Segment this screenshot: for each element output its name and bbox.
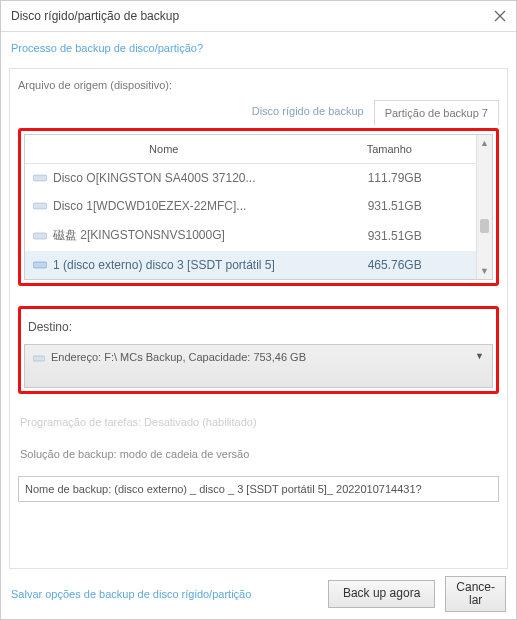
disk-icon xyxy=(33,231,49,241)
table-row[interactable]: 磁盘 2[KINGSTONSNVS1000G] 931.51GB xyxy=(25,220,476,251)
destination-value: Endereço: F:\ MCs Backup, Capacidade: 75… xyxy=(51,351,306,363)
destination-label: Destino: xyxy=(24,312,493,344)
backup-now-button[interactable]: Back up agora xyxy=(328,580,435,607)
svg-rect-1 xyxy=(33,203,47,209)
drive-icon xyxy=(33,353,47,363)
scrollbar[interactable]: ▲ ▼ xyxy=(476,135,492,279)
disk-icon xyxy=(33,201,49,211)
window-title: Disco rígido/partição de backup xyxy=(11,9,492,23)
svg-rect-3 xyxy=(33,262,47,268)
titlebar: Disco rígido/partição de backup xyxy=(1,1,516,31)
table-header: Nome Tamanho xyxy=(25,135,476,164)
svg-rect-0 xyxy=(33,175,47,181)
tab-partition-backup[interactable]: Partição de backup 7 xyxy=(374,100,499,125)
solution-row: Solução de backup: modo de cadeia de ver… xyxy=(18,436,499,466)
cancel-button[interactable]: Cance- lar xyxy=(445,576,506,612)
disk-name: 磁盘 2[KINGSTONSNVS1000G] xyxy=(53,227,313,244)
source-highlight-box: Nome Tamanho Disco O[KINGSTON SA400S 371… xyxy=(18,128,499,286)
scroll-thumb[interactable] xyxy=(480,219,489,233)
disk-table: Nome Tamanho Disco O[KINGSTON SA400S 371… xyxy=(24,134,493,280)
svg-rect-4 xyxy=(33,356,45,361)
main-panel: Arquivo de origem (dispositivo): Disco r… xyxy=(9,68,508,569)
scroll-up-icon[interactable]: ▲ xyxy=(477,135,493,151)
close-icon[interactable] xyxy=(492,8,508,24)
table-row[interactable]: Disco 1[WDCWD10EZEX-22MFC]... 931.51GB xyxy=(25,192,476,220)
disk-size: 931.51GB xyxy=(313,199,476,213)
col-size-header: Tamanho xyxy=(303,135,476,163)
disk-size: 931.51GB xyxy=(313,229,476,243)
footer: Salvar opções de backup de disco rígido/… xyxy=(1,569,516,619)
col-name-header: Nome xyxy=(25,135,303,163)
disk-size: 465.76GB xyxy=(313,258,476,272)
destination-highlight-box: Destino: Endereço: F:\ MCs Backup, Capac… xyxy=(18,306,499,394)
schedule-row[interactable]: Programação de tarefas: Desativado (habi… xyxy=(18,394,499,436)
breadcrumb[interactable]: Processo de backup de disco/partição? xyxy=(1,32,516,60)
source-label: Arquivo de origem (dispositivo): xyxy=(18,79,499,91)
backup-name-input[interactable] xyxy=(18,476,499,502)
table-row[interactable]: Disco O[KINGSTON SA400S 37120... 111.79G… xyxy=(25,164,476,192)
disk-name: Disco 1[WDCWD10EZEX-22MFC]... xyxy=(53,199,313,213)
disk-name: 1 (disco externo) disco 3 [SSDT portátil… xyxy=(53,258,313,272)
source-tabs: Disco rígido de backup Partição de backu… xyxy=(18,99,499,124)
disk-icon xyxy=(33,260,49,270)
table-row[interactable]: 1 (disco externo) disco 3 [SSDT portátil… xyxy=(25,251,476,279)
chevron-down-icon: ▼ xyxy=(475,351,484,361)
backup-dialog: Disco rígido/partição de backup Processo… xyxy=(0,0,517,620)
disk-size: 111.79GB xyxy=(313,171,476,185)
svg-rect-2 xyxy=(33,233,47,239)
disk-name: Disco O[KINGSTON SA400S 37120... xyxy=(53,171,313,185)
save-options-link[interactable]: Salvar opções de backup de disco rígido/… xyxy=(11,588,318,600)
destination-select[interactable]: Endereço: F:\ MCs Backup, Capacidade: 75… xyxy=(24,344,493,388)
scroll-down-icon[interactable]: ▼ xyxy=(477,263,493,279)
disk-icon xyxy=(33,173,49,183)
tab-disk-backup[interactable]: Disco rígido de backup xyxy=(242,99,374,124)
